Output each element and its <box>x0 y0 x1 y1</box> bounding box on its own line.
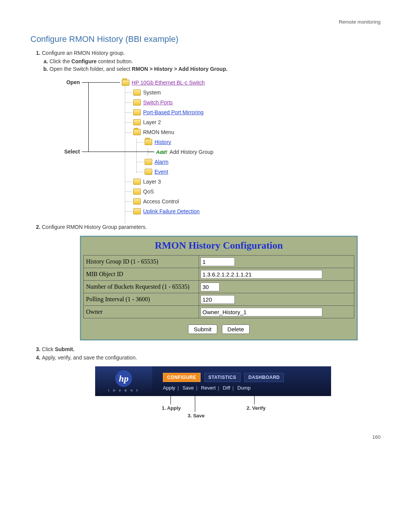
delete-button[interactable]: Delete <box>222 324 250 334</box>
step-1b-bold: RMON > History > Add History Group. <box>132 66 228 72</box>
tree-item-alarm[interactable]: Alarm <box>155 159 169 165</box>
step-1a-post: context button. <box>97 58 133 64</box>
link-dump[interactable]: Dump <box>237 385 251 391</box>
folder-icon <box>145 159 152 165</box>
link-diff[interactable]: Diff <box>223 385 230 391</box>
link-save[interactable]: Save <box>183 385 194 391</box>
buckets-input[interactable] <box>201 283 220 291</box>
tree-item-event[interactable]: Event <box>155 169 168 175</box>
callout-apply: 1. Apply <box>162 405 181 411</box>
step-1-text: Configure an RMON History group. <box>42 50 125 56</box>
row-label: History Group ID (1 - 65535) <box>84 256 199 268</box>
step-2: Configure RMON History Group parameters.… <box>42 224 381 340</box>
tab-dashboard[interactable]: DASHBOARD <box>244 373 284 382</box>
callouts: 1. Apply 3. Save 2. Verify <box>95 396 331 423</box>
tree-item-layer2[interactable]: Layer 2 <box>143 119 161 125</box>
folder-icon <box>133 109 141 115</box>
folder-icon <box>133 208 141 214</box>
folder-icon <box>145 169 152 175</box>
row-label: Polling Interval (1 - 3600) <box>84 293 199 306</box>
tree-item-system[interactable]: System <box>143 89 161 96</box>
submit-button[interactable]: Submit <box>188 324 217 334</box>
mib-object-id-input[interactable] <box>201 270 322 279</box>
step-4-text: Apply, verify, and save the configuratio… <box>42 355 137 361</box>
step-list: Configure an RMON History group. Click t… <box>42 50 381 423</box>
history-group-id-input[interactable] <box>201 257 235 266</box>
table-row: MIB Object ID <box>84 268 354 281</box>
step-4: Apply, verify, and save the configuratio… <box>42 355 381 423</box>
step-1b: Open the Switch folder, and select RMON … <box>49 66 381 72</box>
folder-open-icon <box>122 80 129 86</box>
step-1a: Click the Configure context button. <box>49 58 381 64</box>
link-revert[interactable]: Revert <box>201 385 215 391</box>
separator: | <box>218 385 219 391</box>
tree-item-access[interactable]: Access Control <box>143 198 179 204</box>
hp-logo-area: hp i n v e n t <box>95 366 152 396</box>
folder-icon <box>133 89 141 96</box>
folder-icon <box>133 189 141 195</box>
folder-icon <box>133 179 141 185</box>
step-3-bold: Submit. <box>55 346 74 352</box>
hp-sublinks: Apply| Save| Revert| Diff| Dump <box>163 385 327 391</box>
hp-invent-label: i n v e n t <box>108 388 139 392</box>
hp-toolbar-figure: hp i n v e n t CONFIGURE STATISTICS DASH… <box>95 366 331 423</box>
row-label: Owner <box>84 306 199 318</box>
step-1: Configure an RMON History group. Click t… <box>42 50 381 216</box>
tab-statistics[interactable]: STATISTICS <box>204 373 241 382</box>
tree-select-label: Select <box>57 149 80 155</box>
tree-item-uplink[interactable]: Uplink Failure Detection <box>143 208 200 214</box>
folder-icon <box>133 198 141 204</box>
folder-icon <box>133 119 141 125</box>
add-prefix: Add! <box>156 149 167 155</box>
step-1a-bold: Configure <box>72 58 97 64</box>
tree-root[interactable]: HP 10Gb Ethernet BL-c Switch <box>132 80 205 86</box>
step-3-pre: Click <box>42 346 55 352</box>
table-row: History Group ID (1 - 65535) <box>84 256 354 268</box>
table-row: Number of Buckets Requested (1 - 65535) <box>84 281 354 293</box>
tree-item-switch-ports[interactable]: Switch Ports <box>143 99 173 105</box>
page-number: 160 <box>30 434 381 440</box>
hp-toolbar: hp i n v e n t CONFIGURE STATISTICS DASH… <box>95 366 331 396</box>
folder-open-icon <box>133 129 141 135</box>
tree-figure: Open HP 10Gb Ethernet BL-c Switch System… <box>95 78 381 216</box>
callout-verify: 2. Verify <box>247 405 266 411</box>
tree-item-port-mirror[interactable]: Port-Based Port Mirroring <box>143 109 204 115</box>
separator: | <box>178 385 179 391</box>
tree-item-history[interactable]: History <box>155 139 171 145</box>
hp-logo-icon: hp <box>115 370 132 387</box>
config-panel: RMON History Configuration History Group… <box>80 236 358 340</box>
tree-item-add-history[interactable]: Add History Group <box>170 149 213 155</box>
header-section: Remote monitoring <box>30 19 381 25</box>
polling-interval-input[interactable] <box>201 295 235 304</box>
tree-item-rmon[interactable]: RMON Menu <box>143 129 174 135</box>
step-2-text: Configure RMON History Group parameters. <box>42 224 147 230</box>
page-title: Configure RMON History (BBI example) <box>30 34 381 44</box>
table-row: Polling Interval (1 - 3600) <box>84 293 354 306</box>
tab-configure[interactable]: CONFIGURE <box>163 373 201 382</box>
step-3: Click Submit. <box>42 346 381 352</box>
tree-item-layer3[interactable]: Layer 3 <box>143 179 161 185</box>
separator: | <box>233 385 234 391</box>
folder-open-icon <box>145 139 152 145</box>
separator: | <box>196 385 197 391</box>
config-table: History Group ID (1 - 65535) MIB Object … <box>83 255 354 318</box>
tree-item-qos[interactable]: QoS <box>143 189 154 195</box>
owner-input[interactable] <box>201 308 322 316</box>
row-label: Number of Buckets Requested (1 - 65535) <box>84 281 199 293</box>
step-1a-pre: Click the <box>49 58 72 64</box>
row-label: MIB Object ID <box>84 268 199 281</box>
link-apply[interactable]: Apply <box>163 385 175 391</box>
tree-open-label: Open <box>57 79 80 85</box>
step-1b-pre: Open the Switch folder, and select <box>49 66 132 72</box>
callout-save: 3. Save <box>188 413 205 419</box>
config-title: RMON History Configuration <box>83 240 354 251</box>
folder-icon <box>133 99 141 105</box>
table-row: Owner <box>84 306 354 318</box>
